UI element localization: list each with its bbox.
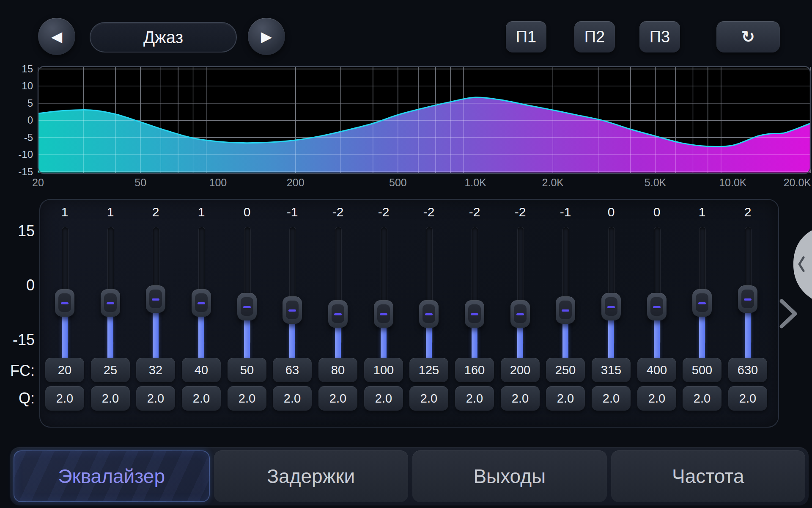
band-slider[interactable] (269, 221, 315, 352)
slider-thumb[interactable] (601, 293, 621, 320)
svg-text:2.0K: 2.0K (542, 177, 564, 188)
svg-text:-5: -5 (24, 132, 33, 143)
band-slider[interactable] (543, 221, 588, 352)
band-slider[interactable] (133, 221, 178, 352)
side-drawer-handle[interactable] (788, 229, 812, 301)
slider-thumb[interactable] (465, 300, 484, 328)
tab-outputs[interactable]: Выходы (412, 450, 607, 502)
fc-button[interactable]: 630 (728, 358, 767, 382)
svg-text:20: 20 (32, 177, 44, 188)
band-slider[interactable] (406, 221, 452, 352)
band-gain-value: 0 (588, 205, 634, 219)
band-gain-value: -2 (497, 205, 543, 219)
next-bands-page-button[interactable] (772, 296, 799, 330)
slider-thumb[interactable] (101, 289, 120, 317)
fc-button[interactable]: 63 (273, 358, 312, 382)
band-column: 15002.0 (679, 199, 725, 426)
slider-thumb[interactable] (374, 300, 393, 328)
q-button[interactable]: 2.0 (637, 386, 676, 411)
slider-thumb[interactable] (510, 300, 530, 328)
fc-button[interactable]: 50 (228, 358, 266, 382)
slider-scale-15: 15 (3, 222, 35, 240)
fc-button[interactable]: 40 (182, 358, 221, 382)
slider-thumb[interactable] (237, 293, 257, 320)
band-column: -21002.0 (361, 199, 406, 426)
fc-button[interactable]: 100 (364, 358, 403, 382)
band-column: 0502.0 (224, 199, 270, 426)
fc-button[interactable]: 200 (501, 358, 540, 382)
fc-row-label: FC: (3, 362, 35, 380)
equalizer-screen: ◀ Джаз ▶ П1П2П3 ↻ 151050-5-10-1520501002… (0, 0, 812, 508)
q-button[interactable]: 2.0 (228, 386, 266, 411)
tab-frequency[interactable]: Частота (611, 450, 806, 502)
q-button[interactable]: 2.0 (136, 386, 175, 411)
band-slider[interactable] (452, 221, 497, 352)
chevron-right-icon (775, 297, 802, 331)
q-button[interactable]: 2.0 (45, 386, 84, 411)
slider-thumb-dash (562, 309, 569, 312)
fc-button[interactable]: 80 (318, 358, 357, 382)
band-gain-value: -1 (269, 205, 315, 219)
band-slider[interactable] (315, 221, 361, 352)
band-column: 2322.0 (133, 199, 178, 426)
slider-thumb-dash (152, 298, 159, 301)
slider-thumb-dash (334, 313, 342, 315)
band-slider[interactable] (42, 221, 88, 352)
band-gain-value: 1 (178, 205, 224, 219)
q-button[interactable]: 2.0 (91, 386, 130, 411)
q-row-label: Q: (3, 389, 35, 407)
band-slider[interactable] (361, 221, 406, 352)
slider-thumb-dash (380, 313, 387, 315)
slider-thumb[interactable] (55, 289, 74, 317)
q-button[interactable]: 2.0 (364, 386, 403, 411)
slider-thumb[interactable] (692, 289, 712, 317)
q-button[interactable]: 2.0 (273, 386, 312, 411)
q-button[interactable]: 2.0 (501, 386, 540, 411)
band-slider[interactable] (497, 221, 543, 352)
band-slider[interactable] (634, 221, 680, 352)
slider-thumb[interactable] (283, 296, 302, 324)
fc-button[interactable]: 32 (136, 358, 175, 382)
band-slider[interactable] (679, 221, 725, 352)
band-slider[interactable] (88, 221, 133, 352)
band-slider[interactable] (588, 221, 634, 352)
drawer-handle-shape (793, 230, 812, 299)
tab-delays[interactable]: Задержки (214, 450, 409, 502)
q-button[interactable]: 2.0 (546, 386, 585, 411)
slider-thumb[interactable] (192, 289, 211, 317)
band-gain-value: 0 (224, 205, 270, 219)
tab-equalizer[interactable]: Эквалайзер (14, 450, 210, 502)
fc-button[interactable]: 315 (592, 358, 631, 382)
slider-thumb[interactable] (738, 285, 757, 313)
q-button[interactable]: 2.0 (455, 386, 494, 411)
band-gain-value: -1 (543, 205, 588, 219)
fc-button[interactable]: 125 (409, 358, 448, 382)
fc-button[interactable]: 500 (683, 358, 721, 382)
q-button[interactable]: 2.0 (683, 386, 721, 411)
slider-thumb[interactable] (556, 296, 575, 324)
fc-button[interactable]: 400 (637, 358, 676, 382)
slider-thumb-dash (288, 309, 296, 312)
q-button[interactable]: 2.0 (318, 386, 357, 411)
q-button[interactable]: 2.0 (728, 386, 767, 411)
svg-text:-15: -15 (18, 166, 33, 177)
fc-button[interactable]: 160 (455, 358, 494, 382)
q-button[interactable]: 2.0 (409, 386, 448, 411)
slider-thumb[interactable] (328, 300, 348, 328)
slider-thumb[interactable] (647, 293, 667, 320)
slider-thumb[interactable] (146, 285, 165, 313)
band-slider[interactable] (178, 221, 224, 352)
q-button[interactable]: 2.0 (182, 386, 221, 411)
fc-button[interactable]: 25 (91, 358, 130, 382)
fc-button[interactable]: 20 (45, 358, 84, 382)
slider-thumb-dash (607, 306, 615, 308)
band-slider[interactable] (725, 221, 771, 352)
slider-thumb-dash (744, 298, 752, 301)
svg-text:100: 100 (209, 177, 227, 188)
slider-thumb[interactable] (419, 300, 439, 328)
fc-button[interactable]: 250 (546, 358, 585, 382)
band-column: 1402.0 (178, 199, 224, 426)
band-slider[interactable] (224, 221, 270, 352)
svg-text:0: 0 (27, 114, 33, 126)
q-button[interactable]: 2.0 (592, 386, 631, 411)
